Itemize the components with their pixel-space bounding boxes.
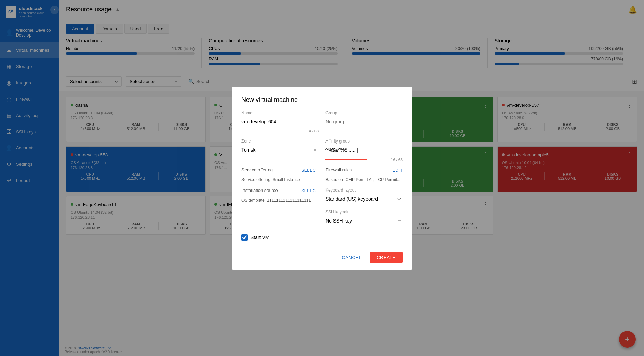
modal-title: New virtual machine [241, 96, 403, 104]
installation-source-select-link[interactable]: SELECT [301, 188, 319, 193]
start-vm-row: Start VM [241, 234, 403, 241]
firewall-rules-row: Firewall rules EDIT [325, 167, 403, 174]
start-vm-checkbox[interactable] [241, 234, 248, 241]
firewall-rules-edit-link[interactable]: EDIT [393, 168, 403, 173]
group-field: Group [325, 111, 403, 133]
service-offering-field: Service offering SELECT Service offering… [241, 167, 319, 182]
new-vm-modal: New virtual machine Name 14 / 63 Group Z… [232, 87, 412, 270]
ssh-keypair-select[interactable]: No SSH key [325, 216, 403, 226]
service-offering-row: Service offering SELECT [241, 167, 319, 174]
keyboard-layout-select[interactable]: Standard (US) keyboard [325, 194, 403, 204]
installation-source-row: Installation source SELECT [241, 188, 319, 194]
ssh-keypair-field: SSH keypair No SSH key [325, 210, 403, 226]
name-field: Name 14 / 63 [241, 111, 319, 133]
cancel-button[interactable]: CANCEL [336, 252, 367, 263]
zone-field: Zone Tomsk [241, 139, 319, 162]
modal-form: Name 14 / 63 Group Zone Tomsk Affinity g… [241, 111, 403, 241]
name-input[interactable] [241, 117, 319, 127]
installation-source-field: Installation source SELECT OS template: … [241, 188, 319, 204]
zone-select[interactable]: Tomsk [241, 145, 319, 155]
keyboard-layout-field: Keyboard layout Standard (US) keyboard [325, 188, 403, 204]
service-offering-select-link[interactable]: SELECT [301, 168, 319, 173]
firewall-rules-field: Firewall rules EDIT Based on ICMP Permit… [325, 167, 403, 182]
modal-actions: CANCEL CREATE [241, 248, 403, 263]
start-vm-label[interactable]: Start VM [250, 235, 269, 240]
affinity-group-field: Affinity group 16 / 63 [325, 139, 403, 162]
affinity-input[interactable] [325, 145, 403, 155]
modal-overlay: New virtual machine Name 14 / 63 Group Z… [0, 0, 644, 356]
create-button[interactable]: CREATE [370, 252, 403, 263]
group-input[interactable] [325, 117, 403, 127]
